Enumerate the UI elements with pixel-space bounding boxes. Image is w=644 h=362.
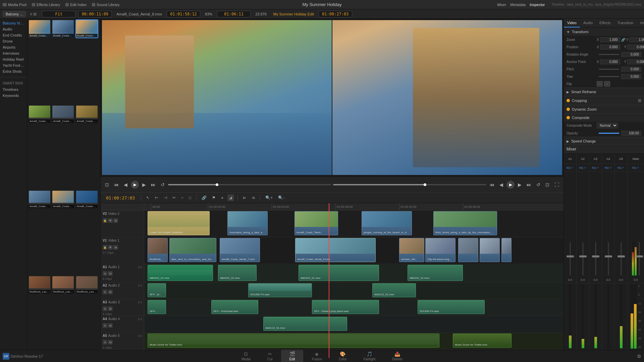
- program-next-frame-btn[interactable]: ▶: [516, 181, 523, 188]
- bottom-tab-cut[interactable]: ✂ Cut: [259, 350, 281, 362]
- source-monitor-mode-btn[interactable]: ⊡: [103, 181, 111, 188]
- a1-fader[interactable]: [570, 242, 571, 276]
- media-thumb-9[interactable]: Amalfi_Coast_T...: [76, 191, 98, 208]
- zoom-x-value[interactable]: 1.000: [600, 37, 620, 42]
- zoom-y-value[interactable]: 1.000: [629, 37, 644, 42]
- clip-lower3rd[interactable]: Lower 3rd Simple Underline: [148, 211, 210, 235]
- program-skip-end-btn[interactable]: ⏭: [525, 181, 533, 188]
- zoom-in-timeline[interactable]: 🔍+: [264, 194, 274, 201]
- smart-reframe-header[interactable]: ▶ Smart Reframe: [564, 88, 644, 96]
- v1-eye-btn[interactable]: 👁: [108, 245, 113, 250]
- a2-eq-btn[interactable]: EQ ✓: [577, 164, 589, 172]
- program-loop-btn[interactable]: ↺: [535, 181, 542, 188]
- main-fader-handle[interactable]: [636, 255, 643, 257]
- a2-lock-btn[interactable]: S: [103, 290, 107, 294]
- clip-redrock-talent[interactable]: RedRock_Talent_3...: [148, 238, 168, 262]
- clip-extra3[interactable]: [501, 238, 512, 262]
- bottom-tab-deliver[interactable]: 📤 Deliver: [384, 350, 411, 362]
- media-thumb-3[interactable]: Amalfi_Coast_A...: [76, 20, 98, 38]
- sidebar-item-yacht-footage[interactable]: Yacht Footage: [0, 62, 27, 68]
- program-fullscreen-btn[interactable]: ⛶: [553, 181, 561, 188]
- bin-name[interactable]: Balcony ...: [3, 11, 26, 17]
- clip-a3-distant[interactable]: SFX - Distant prop plane.wav: [312, 300, 379, 314]
- a4-mute-btn[interactable]: M: [108, 323, 113, 328]
- composite-header[interactable]: Composite: [564, 114, 644, 122]
- clip-a1-3[interactable]: AB0102_01.mov: [299, 265, 379, 281]
- clip-lake-mountains[interactable]: lake_next_to_mountains_and_trees_aerial_…: [169, 238, 216, 262]
- sidebar-item-end-credits[interactable]: End Credits: [0, 32, 27, 38]
- clip-a1-4[interactable]: AB0102_01.mov: [408, 265, 463, 281]
- media-thumb-10[interactable]: RedRock_Land...: [29, 276, 50, 294]
- a5-mute-btn[interactable]: M: [108, 340, 113, 345]
- a3-eq-btn[interactable]: EQ ✓: [589, 164, 602, 172]
- a3-fader[interactable]: [595, 242, 596, 276]
- program-play-btn[interactable]: ▶: [506, 181, 515, 189]
- yaw-slider[interactable]: [599, 76, 619, 77]
- clip-a2-aa0113[interactable]: AA0113_01.mov: [372, 283, 416, 297]
- v2-mute-btn[interactable]: M: [113, 218, 118, 223]
- source-skip-start-btn[interactable]: ⏮: [112, 181, 120, 188]
- sidebar-item-drone[interactable]: Drone: [0, 38, 27, 44]
- a4-fader[interactable]: [608, 242, 609, 276]
- sidebar-item-holiday-reel[interactable]: Holiday Reel: [0, 56, 27, 62]
- a4-solo-btn[interactable]: S: [103, 323, 107, 328]
- a1-eq-btn[interactable]: EQ ✓: [564, 164, 577, 172]
- overwrite-mode-btn[interactable]: ⊲: [250, 194, 257, 201]
- sidebar-item-balcony-view[interactable]: Balcony View: [0, 20, 27, 26]
- pitch-value[interactable]: 0.000: [621, 67, 641, 72]
- a4-eq-btn[interactable]: EQ ✓: [602, 164, 615, 172]
- clip-woman[interactable]: woman_ridi...: [399, 238, 424, 262]
- a5-fader[interactable]: [621, 242, 622, 276]
- clip-amalfi8[interactable]: Amalfi_Coast_Aerial_8.mov: [295, 238, 376, 262]
- clip-clip04[interactable]: Clip-04-wexor-img...: [425, 238, 455, 262]
- anchor-x-value[interactable]: 0.000: [600, 59, 620, 64]
- clip-people-running[interactable]: people_running_at_the_beach_in_brig...: [362, 211, 412, 235]
- dynamic-trim-tool[interactable]: ⊣: [162, 194, 169, 201]
- composite-mode-select[interactable]: Normal: [597, 123, 618, 128]
- insert-mode-btn[interactable]: ⊳: [241, 194, 248, 201]
- ripple-btn[interactable]: ⊿: [227, 194, 234, 201]
- a3-fader-handle[interactable]: [592, 255, 599, 257]
- opacity-slider[interactable]: [599, 133, 619, 134]
- sidebar-item-timelines[interactable]: Timelines: [0, 86, 27, 93]
- main-fader[interactable]: [639, 242, 640, 276]
- media-thumb-8[interactable]: Amalfi_Coast_T...: [52, 191, 74, 208]
- media-pool-tab[interactable]: Media Pool: [3, 3, 26, 7]
- media-thumb-5[interactable]: Amalfi_Coast_T...: [52, 106, 74, 123]
- inspector-tab-transition[interactable]: Transition: [614, 19, 637, 27]
- flip-h-btn[interactable]: ↔: [597, 81, 603, 86]
- opacity-value[interactable]: 100.00: [621, 131, 641, 136]
- a5-fader-handle[interactable]: [618, 255, 625, 257]
- v1-mute-btn[interactable]: M: [113, 245, 118, 250]
- source-play-btn[interactable]: ▶: [131, 181, 139, 189]
- clip-a3-soundfx2[interactable]: SOUND FX.wav: [418, 300, 485, 314]
- clip-a2-sfx[interactable]: SFX - je...: [148, 283, 166, 297]
- inspector-tab-effects[interactable]: Effects: [596, 19, 614, 27]
- source-loop-btn[interactable]: ↺: [159, 181, 166, 188]
- media-thumb-6[interactable]: Amalfi_Coast_T...: [76, 106, 98, 123]
- smooth-cut-tool[interactable]: ~: [179, 194, 185, 201]
- clip-a5-music2[interactable]: Music Score for Trailer.mov: [453, 334, 512, 348]
- cropping-header[interactable]: Cropping ⊞: [564, 96, 644, 105]
- program-scrubber[interactable]: [333, 184, 486, 185]
- main-eq-btn[interactable]: EQ ✓: [628, 164, 644, 172]
- cropping-expand[interactable]: ⊞: [638, 98, 641, 103]
- bottom-tab-edit[interactable]: 🎬 Edit: [281, 350, 303, 362]
- edit-index-tab[interactable]: Edit Index: [65, 3, 87, 7]
- dynamic-zoom-header[interactable]: Dynamic Zoom: [564, 105, 644, 113]
- effects-library-tab[interactable]: Effects Library: [32, 3, 60, 7]
- zoom-out-timeline[interactable]: 🔍-: [276, 194, 286, 201]
- clip-mountains[interactable]: mountains_along_a_lake_aerial_by_Roma...: [227, 211, 268, 235]
- inspector-tab-audio[interactable]: Audio: [580, 19, 596, 27]
- sound-library-tab[interactable]: Sound Library: [92, 3, 120, 7]
- clip-a5-music1[interactable]: Music Score for Trailer.mov: [148, 334, 439, 348]
- a2-mute-btn[interactable]: M: [108, 290, 113, 294]
- media-thumb-4[interactable]: Amalfi_Coast_T...: [29, 106, 50, 123]
- source-scrubber[interactable]: [168, 184, 331, 185]
- a1-fader-handle[interactable]: [567, 255, 574, 257]
- timeline-scroll-area[interactable]: 16:00 01:00:20:00 01:00:24:00 01:00:28:0…: [144, 203, 564, 358]
- transform-header[interactable]: ▼ Transform: [564, 28, 644, 36]
- media-thumb-1[interactable]: Amalfi_Coast_A...: [29, 20, 50, 38]
- clip-thick-forest[interactable]: thick_forest_along_a_lake_by_the_mountai…: [433, 211, 497, 235]
- yaw-value[interactable]: 0.000: [621, 74, 641, 79]
